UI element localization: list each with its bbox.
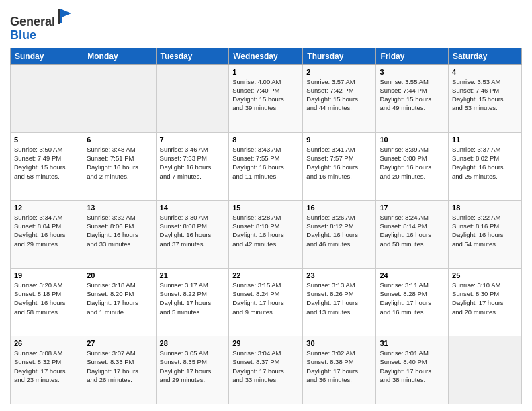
day-info: Sunrise: 3:22 AMSunset: 8:16 PMDaylight:… [452,213,518,248]
calendar-header-monday: Monday [83,48,156,64]
day-number: 20 [87,271,152,279]
day-number: 25 [452,271,518,279]
day-number: 21 [160,271,226,279]
day-info: Sunrise: 3:34 AMSunset: 8:04 PMDaylight:… [14,213,79,248]
day-number: 22 [232,271,299,279]
day-info: Sunrise: 3:55 AMSunset: 7:44 PMDaylight:… [380,77,445,113]
day-info: Sunrise: 3:57 AMSunset: 7:42 PMDaylight:… [306,77,372,113]
day-info: Sunrise: 3:26 AMSunset: 8:12 PMDaylight:… [306,213,372,248]
calendar-cell [449,336,522,404]
logo-flag-icon [56,7,75,26]
day-number: 12 [14,203,79,212]
day-number: 24 [380,271,445,279]
day-info: Sunrise: 3:28 AMSunset: 8:10 PMDaylight:… [232,213,299,248]
day-number: 4 [452,68,518,76]
calendar-header-saturday: Saturday [449,48,522,64]
calendar-cell: 26Sunrise: 3:08 AMSunset: 8:32 PMDayligh… [11,336,83,404]
calendar-header-sunday: Sunday [11,48,83,64]
calendar-header-wednesday: Wednesday [229,48,303,64]
day-info: Sunrise: 3:53 AMSunset: 7:46 PMDaylight:… [452,77,518,113]
calendar-cell: 20Sunrise: 3:18 AMSunset: 8:20 PMDayligh… [83,268,156,336]
svg-rect-1 [58,9,60,24]
day-number: 23 [306,271,372,279]
day-number: 18 [452,203,518,212]
calendar-table: SundayMondayTuesdayWednesdayThursdayFrid… [10,48,522,404]
day-info: Sunrise: 3:15 AMSunset: 8:24 PMDaylight:… [232,281,299,316]
day-info: Sunrise: 3:32 AMSunset: 8:06 PMDaylight:… [87,213,152,248]
day-info: Sunrise: 3:05 AMSunset: 8:35 PMDaylight:… [160,349,226,384]
day-number: 28 [160,339,226,347]
calendar-header-tuesday: Tuesday [156,48,229,64]
day-info: Sunrise: 3:39 AMSunset: 8:00 PMDaylight:… [380,145,445,181]
day-info: Sunrise: 3:13 AMSunset: 8:26 PMDaylight:… [306,281,372,316]
calendar-cell: 19Sunrise: 3:20 AMSunset: 8:18 PMDayligh… [11,268,83,336]
day-number: 13 [87,203,152,212]
calendar-week-row: 1Sunrise: 4:00 AMSunset: 7:40 PMDaylight… [11,64,522,132]
day-number: 14 [160,203,226,212]
day-number: 6 [87,136,152,144]
day-number: 27 [87,339,152,347]
day-number: 8 [232,136,299,144]
page: General Blue SundayMondayTuesdayWednesda… [0,0,532,411]
calendar-week-row: 5Sunrise: 3:50 AMSunset: 7:49 PMDaylight… [11,132,522,200]
day-number: 15 [232,203,299,212]
calendar-cell: 27Sunrise: 3:07 AMSunset: 8:33 PMDayligh… [83,336,156,404]
calendar-header-row: SundayMondayTuesdayWednesdayThursdayFrid… [11,48,522,64]
calendar-cell: 10Sunrise: 3:39 AMSunset: 8:00 PMDayligh… [376,132,449,200]
day-info: Sunrise: 3:37 AMSunset: 8:02 PMDaylight:… [452,145,518,181]
day-info: Sunrise: 4:00 AMSunset: 7:40 PMDaylight:… [232,77,299,113]
day-info: Sunrise: 3:46 AMSunset: 7:53 PMDaylight:… [160,145,226,181]
calendar-cell: 4Sunrise: 3:53 AMSunset: 7:46 PMDaylight… [449,64,522,132]
day-info: Sunrise: 3:43 AMSunset: 7:55 PMDaylight:… [232,145,299,181]
day-number: 11 [452,136,518,144]
day-info: Sunrise: 3:11 AMSunset: 8:28 PMDaylight:… [380,281,445,316]
day-number: 31 [380,339,445,347]
calendar-cell: 23Sunrise: 3:13 AMSunset: 8:26 PMDayligh… [303,268,376,336]
svg-marker-0 [59,9,71,23]
day-number: 9 [306,136,372,144]
calendar-cell: 11Sunrise: 3:37 AMSunset: 8:02 PMDayligh… [449,132,522,200]
calendar-cell: 21Sunrise: 3:17 AMSunset: 8:22 PMDayligh… [156,268,229,336]
calendar-week-row: 19Sunrise: 3:20 AMSunset: 8:18 PMDayligh… [11,268,522,336]
calendar-cell: 6Sunrise: 3:48 AMSunset: 7:51 PMDaylight… [83,132,156,200]
calendar-cell: 15Sunrise: 3:28 AMSunset: 8:10 PMDayligh… [229,200,303,268]
day-info: Sunrise: 3:10 AMSunset: 8:30 PMDaylight:… [452,281,518,316]
day-info: Sunrise: 3:24 AMSunset: 8:14 PMDaylight:… [380,213,445,248]
calendar-cell: 17Sunrise: 3:24 AMSunset: 8:14 PMDayligh… [376,200,449,268]
day-info: Sunrise: 3:04 AMSunset: 8:37 PMDaylight:… [232,349,299,384]
calendar-cell: 31Sunrise: 3:01 AMSunset: 8:40 PMDayligh… [376,336,449,404]
day-number: 30 [306,339,372,347]
calendar-cell: 9Sunrise: 3:41 AMSunset: 7:57 PMDaylight… [303,132,376,200]
calendar-week-row: 26Sunrise: 3:08 AMSunset: 8:32 PMDayligh… [11,336,522,404]
calendar-body: 1Sunrise: 4:00 AMSunset: 7:40 PMDaylight… [11,64,522,404]
calendar-cell [156,64,229,132]
logo-blue-text: Blue [10,28,36,42]
day-number: 2 [306,68,372,76]
day-number: 26 [14,339,79,347]
day-info: Sunrise: 3:48 AMSunset: 7:51 PMDaylight:… [87,145,152,181]
day-info: Sunrise: 3:30 AMSunset: 8:08 PMDaylight:… [160,213,226,248]
logo-general-text: General [10,15,55,28]
header: General Blue [10,7,522,42]
calendar-cell: 5Sunrise: 3:50 AMSunset: 7:49 PMDaylight… [11,132,83,200]
day-info: Sunrise: 3:17 AMSunset: 8:22 PMDaylight:… [160,281,226,316]
calendar-cell: 30Sunrise: 3:02 AMSunset: 8:38 PMDayligh… [303,336,376,404]
calendar-cell: 16Sunrise: 3:26 AMSunset: 8:12 PMDayligh… [303,200,376,268]
day-info: Sunrise: 3:50 AMSunset: 7:49 PMDaylight:… [14,145,79,181]
day-info: Sunrise: 3:07 AMSunset: 8:33 PMDaylight:… [87,349,152,384]
calendar-cell: 22Sunrise: 3:15 AMSunset: 8:24 PMDayligh… [229,268,303,336]
calendar-cell: 8Sunrise: 3:43 AMSunset: 7:55 PMDaylight… [229,132,303,200]
calendar-cell: 3Sunrise: 3:55 AMSunset: 7:44 PMDaylight… [376,64,449,132]
day-number: 10 [380,136,445,144]
calendar-cell: 24Sunrise: 3:11 AMSunset: 8:28 PMDayligh… [376,268,449,336]
calendar-cell: 14Sunrise: 3:30 AMSunset: 8:08 PMDayligh… [156,200,229,268]
day-number: 5 [14,136,79,144]
calendar-cell: 1Sunrise: 4:00 AMSunset: 7:40 PMDaylight… [229,64,303,132]
logo: General Blue [10,7,75,42]
day-info: Sunrise: 3:01 AMSunset: 8:40 PMDaylight:… [380,349,445,384]
day-number: 1 [232,68,299,76]
calendar-cell [11,64,83,132]
calendar-cell: 12Sunrise: 3:34 AMSunset: 8:04 PMDayligh… [11,200,83,268]
day-number: 16 [306,203,372,212]
day-number: 7 [160,136,226,144]
